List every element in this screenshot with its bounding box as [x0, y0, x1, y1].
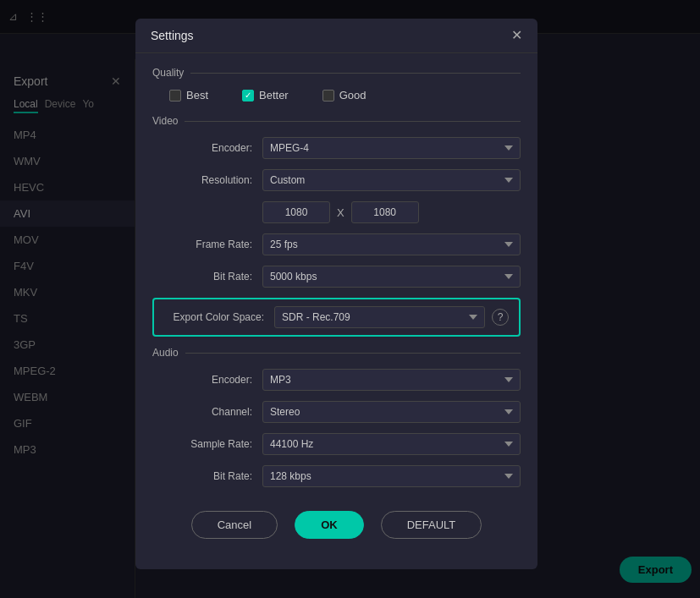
quality-better[interactable]: Better — [242, 89, 289, 101]
dialog-body: Quality Best Better Good Video Encoder: … — [135, 53, 537, 552]
audio-bitrate-row: Bit Rate: 128 kbps 192 kbps 256 kbps 320… — [152, 465, 521, 487]
quality-good-label: Good — [339, 89, 367, 101]
quality-better-label: Better — [259, 89, 289, 101]
colorspace-help-icon[interactable]: ? — [492, 309, 509, 326]
quality-best-checkbox[interactable] — [169, 90, 181, 101]
resolution-select[interactable]: Custom 1920x1080 1280x720 — [262, 169, 521, 191]
video-section-label: Video — [152, 115, 521, 127]
framerate-select[interactable]: 25 fps 30 fps 60 fps 24 fps — [262, 233, 521, 255]
resolution-control: Custom 1920x1080 1280x720 — [262, 169, 521, 191]
samplerate-label: Sample Rate: — [152, 438, 262, 450]
resolution-size-row: 1080 X 1080 — [152, 201, 521, 223]
audio-encoder-label: Encoder: — [152, 374, 262, 386]
encoder-row: Encoder: MPEG-4 H.264 H.265 — [152, 137, 521, 159]
audio-section-label: Audio — [152, 347, 521, 359]
video-bitrate-control: 5000 kbps 8000 kbps 10000 kbps — [262, 266, 521, 288]
channel-row: Channel: Stereo Mono — [152, 401, 521, 423]
samplerate-select[interactable]: 44100 Hz 48000 Hz 22050 Hz — [262, 433, 521, 455]
resolution-row: Resolution: Custom 1920x1080 1280x720 — [152, 169, 521, 191]
video-bitrate-row: Bit Rate: 5000 kbps 8000 kbps 10000 kbps — [152, 266, 521, 288]
framerate-control: 25 fps 30 fps 60 fps 24 fps — [262, 233, 521, 255]
ok-button[interactable]: OK — [295, 511, 364, 539]
quality-best-label: Best — [186, 89, 208, 101]
resolution-x-separator: X — [337, 206, 344, 219]
quality-best[interactable]: Best — [169, 89, 208, 101]
channel-select[interactable]: Stereo Mono — [262, 401, 521, 423]
resolution-inputs: 1080 X 1080 — [262, 201, 521, 223]
dialog-buttons: Cancel OK DEFAULT — [152, 497, 521, 539]
resolution-width-input[interactable]: 1080 — [262, 201, 330, 223]
encoder-label: Encoder: — [152, 142, 262, 154]
dialog-title: Settings — [151, 29, 194, 42]
quality-good-checkbox[interactable] — [322, 90, 334, 101]
resolution-label: Resolution: — [152, 174, 262, 186]
dialog-close-button[interactable]: ✕ — [511, 29, 522, 42]
encoder-control: MPEG-4 H.264 H.265 — [262, 137, 521, 159]
samplerate-row: Sample Rate: 44100 Hz 48000 Hz 22050 Hz — [152, 433, 521, 455]
video-bitrate-select[interactable]: 5000 kbps 8000 kbps 10000 kbps — [262, 266, 521, 288]
audio-encoder-select[interactable]: MP3 AAC WAV — [262, 369, 521, 391]
audio-encoder-row: Encoder: MP3 AAC WAV — [152, 369, 521, 391]
channel-control: Stereo Mono — [262, 401, 521, 423]
channel-label: Channel: — [152, 406, 262, 418]
samplerate-control: 44100 Hz 48000 Hz 22050 Hz — [262, 433, 521, 455]
default-button[interactable]: DEFAULT — [381, 511, 482, 539]
audio-bitrate-control: 128 kbps 192 kbps 256 kbps 320 kbps — [262, 465, 521, 487]
audio-encoder-control: MP3 AAC WAV — [262, 369, 521, 391]
dialog-header: Settings ✕ — [135, 19, 537, 53]
audio-bitrate-label: Bit Rate: — [152, 470, 262, 482]
cancel-button[interactable]: Cancel — [191, 511, 278, 539]
colorspace-control: SDR - Rec.709 HDR - Rec.2020 ? — [274, 306, 509, 328]
encoder-select[interactable]: MPEG-4 H.264 H.265 — [262, 137, 521, 159]
quality-options: Best Better Good — [152, 89, 521, 101]
quality-better-checkbox[interactable] — [242, 90, 254, 101]
framerate-row: Frame Rate: 25 fps 30 fps 60 fps 24 fps — [152, 233, 521, 255]
quality-section-label: Quality — [152, 67, 521, 79]
settings-dialog: Settings ✕ Quality Best Better Good Vide… — [135, 19, 537, 569]
colorspace-row: Export Color Space: SDR - Rec.709 HDR - … — [152, 298, 521, 337]
quality-good[interactable]: Good — [322, 89, 367, 101]
framerate-label: Frame Rate: — [152, 239, 262, 250]
resolution-height-input[interactable]: 1080 — [351, 201, 419, 223]
colorspace-select[interactable]: SDR - Rec.709 HDR - Rec.2020 — [274, 306, 485, 328]
audio-bitrate-select[interactable]: 128 kbps 192 kbps 256 kbps 320 kbps — [262, 465, 521, 487]
video-bitrate-label: Bit Rate: — [152, 271, 262, 283]
colorspace-label: Export Color Space: — [164, 311, 274, 323]
